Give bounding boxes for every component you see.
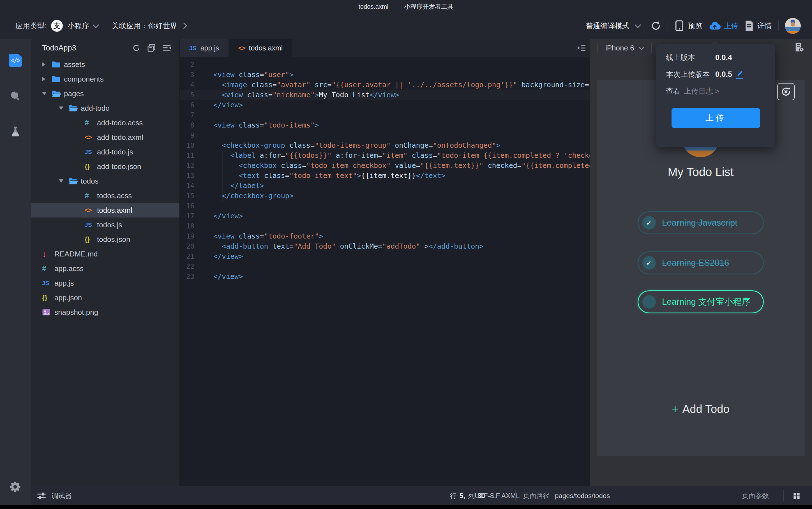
code-line-18[interactable]: 18 [180, 221, 590, 231]
tree-item-README-md[interactable]: ↓README.md [31, 247, 179, 261]
tree-item-app-acss[interactable]: #app.acss [31, 261, 179, 276]
code-line-8[interactable]: 8<view class="todo-items"> [180, 120, 590, 130]
divider [651, 43, 652, 53]
collapse-tree-icon[interactable] [162, 43, 172, 53]
chevron-down-icon[interactable] [93, 22, 99, 28]
tree-item-todos[interactable]: todos [31, 174, 179, 189]
code-line-23[interactable]: 23</view> [180, 272, 590, 282]
device-select[interactable]: iPhone 6 [605, 44, 634, 53]
devtools-window: todos.axml —— 小程序开发者工具 应用类型: 支 小程序 关联应用：… [0, 0, 812, 509]
json-file-icon: {} [42, 294, 47, 302]
eol-indicator[interactable]: LF [492, 486, 500, 505]
code-line-12[interactable]: 12 <checkbox class="todo-item-checkbox" … [180, 161, 590, 171]
settings-button[interactable] [9, 480, 22, 493]
console-toggle-button[interactable] [576, 43, 586, 54]
upload-confirm-button[interactable]: 上传 [672, 108, 760, 128]
tree-item-add-todo[interactable]: add-todo [31, 101, 179, 115]
encoding-indicator[interactable]: UTF-8 [475, 486, 494, 505]
chevron-down-icon[interactable] [638, 44, 645, 50]
sidebar-item-test[interactable] [9, 125, 22, 138]
code-line-5[interactable]: 5 <view class="nickname">My Todo List</v… [180, 90, 590, 100]
preview-button[interactable]: 预览 [674, 20, 702, 32]
code-line-10[interactable]: 10 <checkbox-group class="todo-items-gro… [180, 140, 590, 150]
language-indicator[interactable]: AXML [501, 486, 519, 505]
code-line-7[interactable]: 7 [180, 110, 590, 120]
code-line-17[interactable]: 17</view> [180, 211, 590, 221]
tree-item-add-todo-json[interactable]: {}add-todo.json [31, 159, 179, 174]
add-todo-button[interactable]: +Add Todo [597, 403, 805, 415]
device-info-button[interactable] [793, 42, 805, 55]
todo-item-1[interactable]: ✓Learning Javascript [638, 211, 764, 234]
code-line-6[interactable]: 6</view> [180, 100, 590, 110]
new-window-icon[interactable] [147, 43, 156, 53]
checkbox-unchecked-icon[interactable] [642, 295, 656, 309]
folder-open-icon [68, 105, 78, 112]
gear-icon [9, 481, 22, 493]
sidebar-item-search[interactable] [9, 90, 22, 102]
checkbox-checked-icon[interactable]: ✓ [642, 216, 656, 230]
exit-app-button[interactable] [777, 83, 794, 100]
tree-item-assets[interactable]: assets [31, 57, 179, 72]
tree-item-app-js[interactable]: JSapp.js [31, 276, 179, 291]
tree-item-app-json[interactable]: {}app.json [31, 291, 179, 305]
details-button[interactable]: 详情 [744, 20, 772, 31]
chevron-down-icon[interactable] [635, 22, 641, 28]
tree-item-add-todo-axml[interactable]: <>add-todo.axml [31, 130, 179, 145]
chevron-collapsed-icon[interactable] [42, 62, 45, 67]
tree-item-label: app.acss [55, 264, 83, 273]
tree-item-label: README.md [55, 250, 98, 259]
code-line-22[interactable]: 22 [180, 262, 590, 272]
code-line-21[interactable]: 21</view> [180, 251, 590, 262]
todo-item-3[interactable]: Learning 支付宝小程序 [638, 291, 764, 313]
tree-item-todos-acss[interactable]: #todos.acss [31, 189, 179, 203]
tab-todos-axml[interactable]: <> todos.axml [229, 39, 292, 57]
chevron-expanded-icon[interactable] [59, 179, 63, 183]
tree-item-todos-axml[interactable]: <>todos.axml [31, 203, 179, 217]
checkbox-checked-icon[interactable]: ✓ [642, 256, 656, 270]
upload-button[interactable]: 上传 [709, 20, 738, 31]
code-line-9[interactable]: 9 [180, 130, 590, 140]
tree-item-components[interactable]: components [31, 72, 179, 86]
panel-grid-button[interactable] [792, 486, 801, 505]
sidebar-item-editor[interactable]: </> [9, 54, 22, 67]
todo-item-2[interactable]: ✓Learning ES2016 [638, 251, 764, 274]
tree-item-add-todo-js[interactable]: JSadd-todo.js [31, 145, 179, 159]
code-area[interactable]: 23<view class="user">4 <image class="ava… [180, 57, 590, 486]
line-number: 15 [180, 191, 194, 201]
tree-item-todos-json[interactable]: {}todos.json [31, 232, 179, 247]
code-line-20[interactable]: 20 <add-button text="Add Todo" onClickMe… [180, 241, 590, 251]
compile-mode-select[interactable]: 普通编译模式 [586, 21, 630, 31]
chevron-collapsed-icon[interactable] [42, 77, 45, 81]
page-params-button[interactable]: 页面参数 [742, 486, 769, 505]
code-line-16[interactable]: 16 [180, 201, 590, 211]
user-avatar[interactable] [785, 18, 801, 34]
tree-item-snapshot-png[interactable]: snapshot.png [31, 305, 179, 319]
tree-item-add-todo-acss[interactable]: #add-todo.acss [31, 115, 179, 130]
tree-item-pages[interactable]: pages [31, 86, 179, 101]
related-app[interactable]: 关联应用：你好世界 [111, 21, 177, 31]
chevron-expanded-icon[interactable] [59, 106, 63, 110]
code-line-3[interactable]: 3<view class="user"> [180, 70, 590, 80]
tab-app-js[interactable]: JS app.js [180, 39, 229, 57]
code-line-15[interactable]: 15 </checkbox-group> [180, 191, 590, 201]
code-line-2[interactable]: 2 [180, 60, 590, 70]
code-line-4[interactable]: 4 <image class="avatar" src="{{user.avat… [180, 80, 590, 90]
code-line-19[interactable]: 19<view class="todo-footer"> [180, 231, 590, 241]
js-file-icon: JS [42, 280, 49, 286]
edit-version-button[interactable] [736, 70, 743, 79]
code-line-14[interactable]: 14 </label> [180, 181, 590, 191]
upload-log-link[interactable]: 上传日志 > [684, 86, 719, 96]
refresh-button[interactable] [650, 20, 662, 31]
code-line-11[interactable]: 11 <label a:for="{{todos}}" a:for-item="… [180, 150, 590, 161]
refresh-project-icon[interactable] [132, 43, 141, 53]
chevron-expanded-icon[interactable] [42, 92, 46, 95]
chevron-right-icon[interactable] [181, 23, 187, 29]
restart-close-icon [780, 86, 791, 97]
debugger-toggle[interactable]: 调试器 [36, 486, 72, 505]
tree-item-label: todos.acss [97, 192, 132, 200]
app-type-value[interactable]: 小程序 [67, 21, 89, 31]
tree-item-label: pages [64, 90, 84, 98]
editor: JS app.js <> todos.axml 23<view cla [179, 39, 590, 486]
code-line-13[interactable]: 13 <text class="todo-item-text">{{item.t… [180, 171, 590, 181]
tree-item-todos-js[interactable]: JStodos.js [31, 217, 179, 232]
